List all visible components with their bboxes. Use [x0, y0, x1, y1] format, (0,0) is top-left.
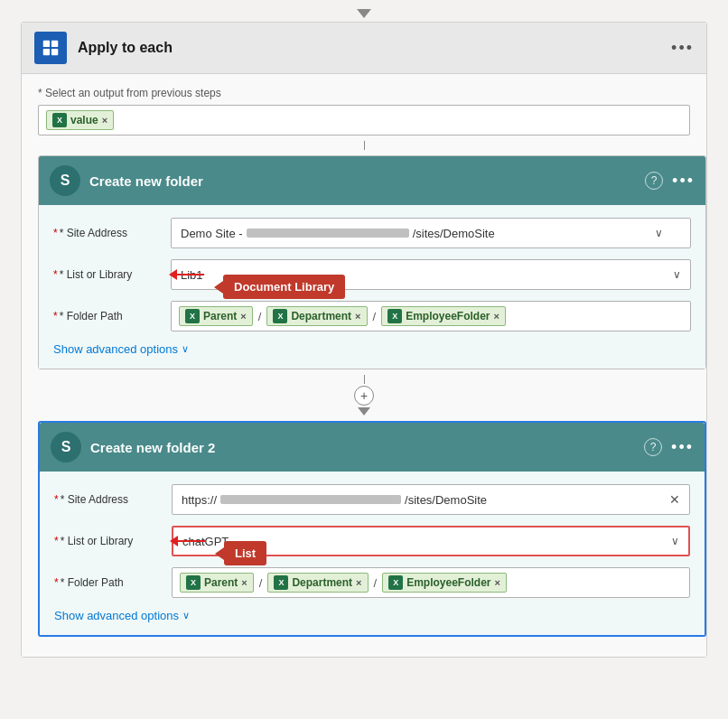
path-token-dept-remove-2[interactable]: ×: [356, 577, 361, 588]
site-address-label-2: ** Site Address: [54, 493, 163, 506]
library-input-wrap-2: chatGPT ∨ List: [172, 526, 690, 556]
site-address-row-1: ** Site Address Demo Site - /sites/DemoS…: [53, 218, 691, 248]
path-token-emp-text-2: EmployeeFolder: [406, 576, 490, 589]
site-address-blurred-2: https:// /sites/DemoSite: [182, 493, 669, 507]
bottom-spacer: [38, 637, 690, 644]
path-token-emp-1[interactable]: X EmployeeFolder ×: [381, 306, 506, 326]
excel-icon-dept-2: X: [274, 575, 288, 590]
action-title-2: Create new folder 2: [90, 440, 635, 455]
callout-label-2: List: [224, 541, 266, 565]
site-address-prefix-1: Demo Site -: [181, 227, 243, 240]
svg-rect-0: [43, 41, 50, 47]
library-input-wrap-1: Lib1 ∨ Document Library: [171, 259, 691, 290]
action-card-2: S Create new folder 2 ? ••• ** Site A: [38, 421, 706, 637]
path-token-parent-1[interactable]: X Parent ×: [179, 306, 253, 326]
excel-icon-parent-1: X: [185, 309, 200, 323]
site-address-clear-2[interactable]: ✕: [669, 492, 680, 507]
path-token-parent-2[interactable]: X Parent ×: [180, 573, 254, 593]
apply-to-each-icon: [41, 38, 61, 58]
path-token-parent-remove-1[interactable]: ×: [240, 311, 246, 322]
site-address-blur-1: [247, 229, 409, 238]
excel-icon-emp-1: X: [387, 309, 402, 323]
library-chevron-1[interactable]: ∨: [673, 268, 681, 281]
path-token-dept-2[interactable]: X Department ×: [267, 573, 368, 593]
path-sep-4: /: [374, 576, 378, 590]
add-step-button[interactable]: +: [354, 386, 374, 406]
site-address-suffix-2: /sites/DemoSite: [405, 493, 487, 507]
show-advanced-chevron-2: ∨: [182, 610, 190, 621]
show-advanced-2[interactable]: Show advanced options ∨: [54, 609, 690, 622]
folder-path-input-1: X Parent × / X Department ×: [171, 301, 691, 331]
callout-label-1: Document Library: [223, 275, 345, 299]
value-token-remove[interactable]: ×: [102, 115, 107, 126]
apply-to-each-card: Apply to each ••• * Select an output fro…: [21, 22, 707, 658]
library-value-2: chatGPT: [182, 535, 229, 548]
show-advanced-chevron-1: ∨: [182, 343, 189, 355]
value-token[interactable]: X value ×: [46, 110, 114, 130]
excel-icon: X: [52, 113, 67, 127]
action-icon-box-2: S: [51, 432, 81, 462]
action-body-1: ** Site Address Demo Site - /sites/DemoS…: [39, 205, 705, 369]
library-label-2: ** List or Library: [54, 535, 163, 547]
site-address-label-1: ** Site Address: [53, 227, 162, 239]
token-value-text: value: [70, 114, 98, 126]
folder-path-row-2: ** Folder Path X Parent × /: [54, 567, 690, 598]
top-arrow-down: [357, 9, 371, 18]
folder-path-field-1[interactable]: X Parent × / X Department ×: [171, 301, 691, 331]
help-symbol-2: ?: [650, 441, 657, 453]
svg-rect-1: [51, 41, 58, 47]
library-row-2: ** List or Library chatGPT ∨: [54, 526, 690, 556]
apply-to-each-header: Apply to each •••: [22, 23, 706, 74]
action-header-right-2: ? •••: [644, 438, 694, 457]
folder-path-label-2: ** Folder Path: [54, 576, 163, 589]
site-address-row-2: ** Site Address https:// /sites/DemoSite…: [54, 484, 690, 515]
site-address-dropdown-1[interactable]: Demo Site - /sites/DemoSite ∨: [171, 218, 691, 248]
apply-to-each-icon-box: [34, 32, 67, 64]
path-token-parent-remove-2[interactable]: ×: [241, 577, 247, 588]
apply-to-each-title: Apply to each: [78, 40, 671, 56]
path-sep-2: /: [373, 310, 377, 323]
connector-arrow-down: [358, 407, 370, 416]
path-token-parent-text-2: Parent: [204, 576, 238, 589]
select-output-label: * Select an output from previous steps: [38, 87, 690, 99]
library-row-1: ** List or Library Lib1 ∨: [53, 259, 691, 290]
path-token-emp-remove-1[interactable]: ×: [494, 311, 499, 322]
sharepoint-letter-1: S: [61, 173, 70, 189]
path-token-dept-text-1: Department: [291, 310, 351, 322]
site-address-input-2: https:// /sites/DemoSite ✕: [172, 484, 690, 515]
action-header-1: S Create new folder ? •••: [39, 156, 705, 205]
action-header-right-1: ? •••: [645, 172, 695, 191]
path-token-emp-2[interactable]: X EmployeeFolder ×: [382, 573, 507, 593]
help-symbol-1: ?: [651, 174, 658, 187]
site-address-chevron-1[interactable]: ∨: [655, 227, 663, 239]
folder-path-field-2[interactable]: X Parent × / X Department ×: [172, 567, 690, 598]
apply-to-each-menu[interactable]: •••: [671, 39, 694, 58]
plus-icon: +: [360, 388, 368, 403]
path-sep-3: /: [259, 576, 263, 590]
action-icon-box-1: S: [50, 165, 80, 196]
action-menu-2[interactable]: •••: [671, 438, 694, 457]
select-output-field[interactable]: X value ×: [38, 105, 690, 135]
excel-icon-parent-2: X: [186, 575, 201, 590]
folder-path-row-1: ** Folder Path X Parent × /: [53, 301, 691, 331]
path-token-emp-remove-2[interactable]: ×: [495, 577, 500, 588]
action-menu-1[interactable]: •••: [672, 172, 695, 191]
sharepoint-letter-2: S: [61, 439, 71, 455]
show-advanced-text-2: Show advanced options: [54, 609, 179, 622]
svg-rect-2: [43, 49, 50, 55]
help-icon-1[interactable]: ?: [645, 172, 663, 190]
path-sep-1: /: [258, 310, 262, 323]
path-token-dept-remove-1[interactable]: ×: [355, 311, 360, 322]
excel-icon-dept-1: X: [273, 309, 287, 323]
path-token-dept-text-2: Department: [292, 576, 352, 589]
site-address-input-1: Demo Site - /sites/DemoSite ∨: [171, 218, 691, 248]
site-address-blur-2: [220, 495, 401, 504]
action-card-1: S Create new folder ? ••• ** Site Add: [38, 155, 706, 369]
library-chevron-2[interactable]: ∨: [671, 535, 679, 547]
help-icon-2[interactable]: ?: [644, 438, 662, 456]
show-advanced-1[interactable]: Show advanced options ∨: [53, 342, 691, 356]
path-token-dept-1[interactable]: X Department ×: [266, 306, 367, 326]
site-address-prefix-2: https://: [182, 493, 217, 507]
inner-connector-2: +: [38, 369, 690, 421]
site-address-dropdown-2[interactable]: https:// /sites/DemoSite ✕: [172, 484, 690, 515]
